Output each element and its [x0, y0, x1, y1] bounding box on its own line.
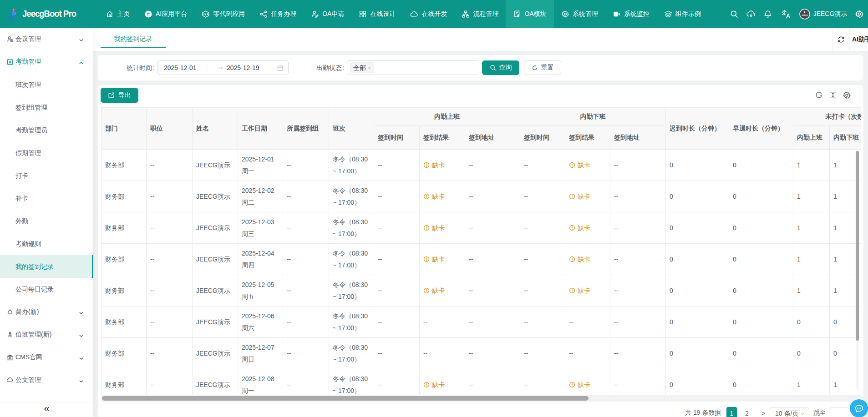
svg-text:JEECG: JEECG — [802, 14, 808, 16]
